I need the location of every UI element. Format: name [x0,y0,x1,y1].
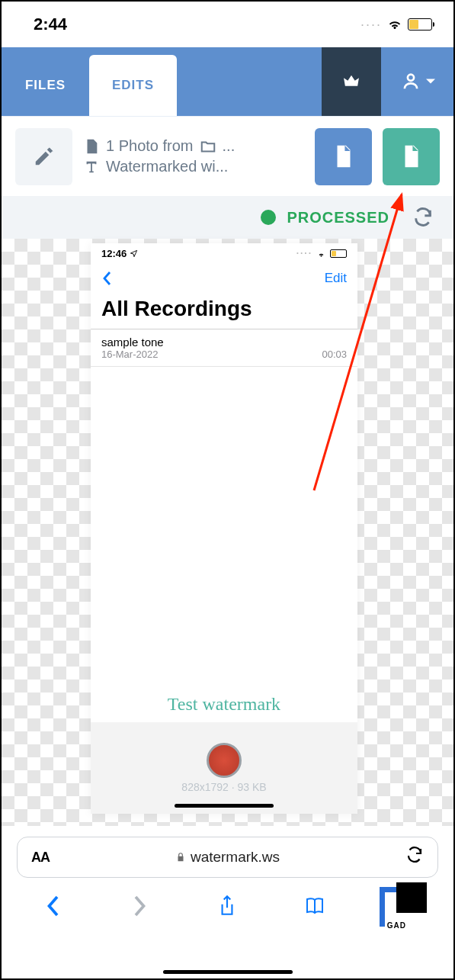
recording-duration: 00:03 [322,349,347,360]
wifi-icon [386,16,403,33]
edit-bar: 1 Photo from ... Watermarked wi... [2,116,453,196]
ellipsis: ... [223,137,236,155]
edit-button[interactable] [15,128,72,185]
refresh-button[interactable] [408,202,438,233]
crown-icon [341,71,362,92]
chevron-down-icon [426,77,435,86]
preview-dimensions: 828x1792 · 93 KB [181,781,266,793]
tab-edits[interactable]: EDITS [89,55,177,116]
record-button-icon [207,743,242,778]
watermark-text-line: Watermarked wi... [106,158,228,175]
reload-icon [405,846,424,864]
preview-status-bar: 12:46 ···· [91,243,357,263]
account-button[interactable] [381,47,453,116]
safari-bottom-nav: GAD [2,878,453,934]
preview-edit-link: Edit [325,271,347,286]
status-indicators: ···· [360,16,432,33]
user-icon [400,71,421,92]
brand-text: GAD [387,921,406,930]
file-info: 1 Photo from ... Watermarked wi... [83,137,304,175]
pencil-icon [33,145,56,168]
tab-files[interactable]: FILES [2,55,89,116]
status-dot-icon [261,210,276,225]
preview-battery-icon [330,249,347,258]
recording-name: sample tone [101,336,164,349]
lock-icon [175,852,186,863]
image-file-icon [83,138,100,155]
back-chevron-icon [101,271,112,286]
device-status-bar: 2:44 ···· [2,2,453,47]
preview-footer: 828x1792 · 93 KB [91,722,357,814]
preview-nav: Edit [91,263,357,294]
nav-back-button[interactable] [30,888,75,924]
download-button[interactable] [383,128,440,185]
folder-icon [200,138,216,155]
recording-date: 16-Mar-2022 [101,349,164,360]
file-arrow-icon [331,143,357,169]
preview-cell-icon: ···· [296,248,312,259]
text-icon [83,159,100,175]
premium-button[interactable] [322,47,381,116]
phone-preview: 12:46 ···· Edit All Recordings sample to… [91,243,357,814]
home-indicator [163,970,293,974]
book-icon [303,896,326,916]
brand-logo: GAD [380,888,425,924]
svg-point-0 [407,75,413,81]
battery-icon [408,18,432,31]
safari-url-bar[interactable]: AA watermark.ws [17,837,438,878]
top-nav: FILES EDITS [2,47,453,116]
refresh-icon [412,207,434,228]
preview-home-indicator [175,804,274,808]
url-display: watermark.ws [57,849,398,866]
chevron-left-icon [45,895,60,917]
status-strip: PROCESSED [2,196,453,239]
file-download-icon [399,143,425,169]
preview-area: 12:46 ···· Edit All Recordings sample to… [2,239,453,826]
preview-time: 12:46 [101,248,127,259]
nav-bookmarks-button[interactable] [292,888,338,924]
share-icon [217,895,237,917]
text-size-button[interactable]: AA [31,850,50,866]
photo-count-text: 1 Photo from [106,137,194,155]
preview-list-item: sample tone 16-Mar-2022 00:03 [91,329,357,367]
clock: 2:44 [34,14,67,34]
export-button[interactable] [315,128,372,185]
chevron-right-icon [133,895,148,917]
cell-dots-icon: ···· [360,17,382,33]
location-icon [130,249,138,258]
nav-forward-button[interactable] [117,888,163,924]
preview-wifi-icon [316,248,327,259]
preview-title: All Recordings [91,294,357,329]
nav-share-button[interactable] [204,888,250,924]
url-text: watermark.ws [191,849,280,866]
status-label: PROCESSED [287,209,389,227]
reload-button[interactable] [405,846,424,869]
watermark-overlay: Test watermark [168,694,280,715]
